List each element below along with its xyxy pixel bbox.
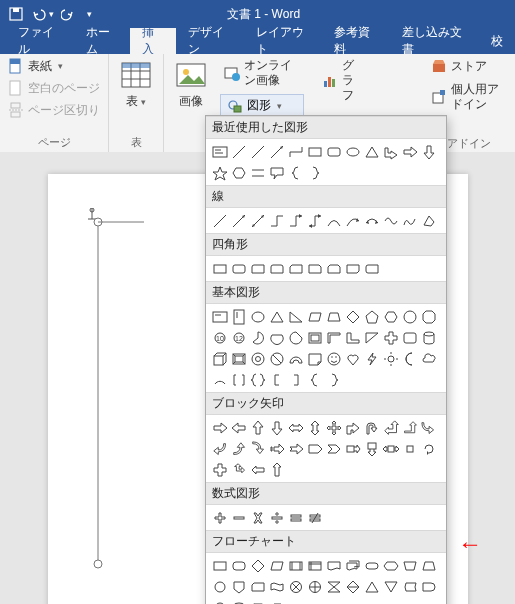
shape-scribble[interactable] (400, 211, 419, 230)
shape-right-arrow[interactable] (400, 142, 419, 161)
shape-fc-predef[interactable] (286, 556, 305, 575)
shape-b-lbracket[interactable] (267, 370, 286, 389)
shape-rect1[interactable] (210, 259, 229, 278)
shape-b-cross[interactable] (381, 328, 400, 347)
shape-ar-circular[interactable] (419, 439, 438, 458)
shape-rect2[interactable] (229, 259, 248, 278)
shape-textbox[interactable] (210, 142, 229, 161)
shape-ar-down[interactable] (267, 418, 286, 437)
shape-ar-leftup[interactable] (381, 418, 400, 437)
shape-elbow-double[interactable] (305, 211, 324, 230)
shape-fc-decision[interactable] (248, 556, 267, 575)
tab-home[interactable]: ホーム (74, 28, 131, 54)
shape-freeform[interactable] (381, 211, 400, 230)
tab-mailmerge[interactable]: 差し込み文書 (390, 28, 479, 54)
shape-b-cube[interactable] (210, 349, 229, 368)
shape-curve[interactable] (324, 211, 343, 230)
shape-fc-alt[interactable] (229, 556, 248, 575)
shape-rect5[interactable] (286, 259, 305, 278)
shape-fc-offpage[interactable] (229, 577, 248, 596)
tab-references[interactable]: 参考資料 (322, 28, 390, 54)
shape-b-textbox[interactable] (210, 307, 229, 326)
shape-b-pie[interactable] (248, 328, 267, 347)
shape-fc-prep[interactable] (381, 556, 400, 575)
shape-connector[interactable] (286, 142, 305, 161)
shape-fc-multidoc[interactable] (343, 556, 362, 575)
shape-b-lshape[interactable] (343, 328, 362, 347)
shape-b-oval[interactable] (248, 307, 267, 326)
shape-b-para[interactable] (305, 307, 324, 326)
shape-callout[interactable] (267, 163, 286, 182)
shape-ar-callout-lr[interactable] (381, 439, 400, 458)
shape-rect4[interactable] (267, 259, 286, 278)
shape-arrow-line[interactable] (267, 142, 286, 161)
shape-lbrace[interactable] (286, 163, 305, 182)
shape-b-doublebracket[interactable] (229, 370, 248, 389)
shape-fc-directacc[interactable] (248, 598, 267, 604)
shape-ar-bent[interactable] (343, 418, 362, 437)
shape-b-chord[interactable] (267, 328, 286, 347)
shape-ar-up[interactable] (248, 418, 267, 437)
shape-fc-terminator[interactable] (362, 556, 381, 575)
blank-page-button[interactable]: 空白のページ (4, 78, 104, 98)
myaddins-button[interactable]: 個人用アドイン (427, 80, 511, 114)
shape-ar-plus[interactable] (210, 460, 229, 479)
shape-b-hept[interactable] (400, 307, 419, 326)
tab-file[interactable]: ファイル (6, 28, 74, 54)
shape-curve-arrow[interactable] (343, 211, 362, 230)
shape-rect[interactable] (305, 142, 324, 161)
shape-fc-sum[interactable] (286, 577, 305, 596)
shape-b-smiley[interactable] (324, 349, 343, 368)
tab-review-partial[interactable]: 校 (479, 28, 515, 54)
cover-page-button[interactable]: 表紙 ▾ (4, 56, 67, 76)
shape-ar-updown[interactable] (305, 418, 324, 437)
shape-ar-curved-left[interactable] (210, 439, 229, 458)
shape-b-nosym[interactable] (267, 349, 286, 368)
shape-ar-callout-r[interactable] (343, 439, 362, 458)
shape-b-moon[interactable] (400, 349, 419, 368)
shape-b-blockarc[interactable] (286, 349, 305, 368)
shape-b-rbrace2[interactable] (324, 370, 343, 389)
shape-rect7[interactable] (324, 259, 343, 278)
shape-fc-extract[interactable] (362, 577, 381, 596)
shape-b-heart[interactable] (343, 349, 362, 368)
table-button[interactable]: 表 (113, 56, 159, 111)
shape-fc-document[interactable] (324, 556, 343, 575)
shape-l-arrow[interactable] (381, 142, 400, 161)
chart-button[interactable]: グラフ (318, 56, 366, 105)
shape-b-cloud[interactable] (419, 349, 438, 368)
shape-eq-times[interactable] (248, 508, 267, 527)
shape-fc-stored[interactable] (400, 577, 419, 596)
shape-oval[interactable] (343, 142, 362, 161)
shape-b-diag[interactable] (362, 328, 381, 347)
shape-rbrace[interactable] (305, 163, 324, 182)
shape-b-textbox-v[interactable] (229, 307, 248, 326)
shape-fc-connector[interactable] (210, 577, 229, 596)
shape-rect3[interactable] (248, 259, 267, 278)
shape-fc-data[interactable] (267, 556, 286, 575)
image-button[interactable]: 画像 (168, 56, 214, 111)
shape-eq-minus[interactable] (229, 508, 248, 527)
shape-b-bevel[interactable] (229, 349, 248, 368)
shape-b-sun[interactable] (381, 349, 400, 368)
store-button[interactable]: ストア (427, 56, 511, 76)
tab-layout[interactable]: レイアウト (244, 28, 322, 54)
shape-fc-tape[interactable] (267, 577, 286, 596)
connector-shape[interactable] (88, 214, 148, 574)
shape-elbow-arrow[interactable] (286, 211, 305, 230)
shape-rect8[interactable] (343, 259, 362, 278)
shape-ar-striped[interactable] (267, 439, 286, 458)
page-break-button[interactable]: ページ区切り (4, 100, 104, 120)
shape-fc-or[interactable] (305, 577, 324, 596)
shape-fc-manual[interactable] (400, 556, 419, 575)
shape-ar-pentagon[interactable] (305, 439, 324, 458)
shape-b-tear[interactable] (286, 328, 305, 347)
shape-b-lbrace2[interactable] (305, 370, 324, 389)
shape-eq-plus[interactable] (210, 508, 229, 527)
shape-b-pentagon[interactable] (362, 307, 381, 326)
shape-elbow[interactable] (267, 211, 286, 230)
shape-fc-seqacc[interactable] (210, 598, 229, 604)
shape-ar-spare1[interactable] (229, 460, 248, 479)
shape-ar-bentup[interactable] (400, 418, 419, 437)
shape-fc-card[interactable] (248, 577, 267, 596)
